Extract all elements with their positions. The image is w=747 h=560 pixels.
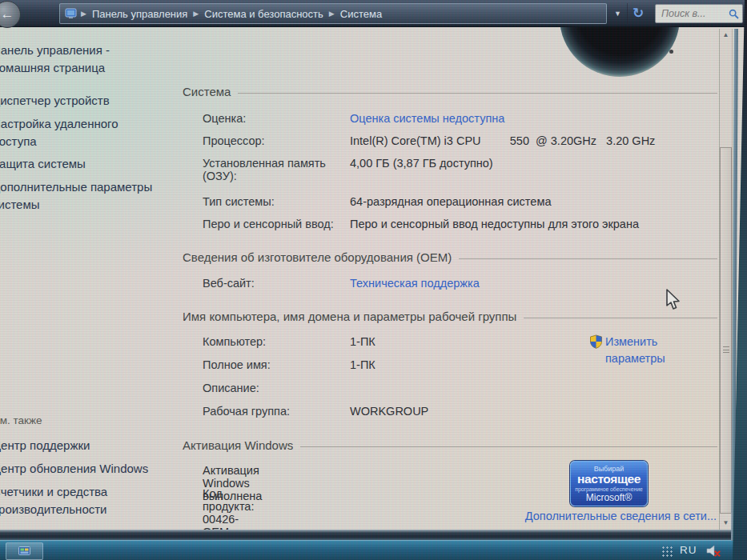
sidebar-item-advanced-settings[interactable]: Дополнительные параметры системы	[0, 178, 162, 214]
sidebar-item-remote-settings[interactable]: Настройка удаленного доступа	[0, 115, 162, 150]
chevron-right-icon: ▶	[327, 10, 337, 18]
system-rating-link[interactable]: Оценка системы недоступна	[350, 112, 715, 125]
processor-value: Intel(R) Core(TM) i3 CPU 550 @ 3.20GHz 3…	[350, 134, 715, 147]
back-arrow-icon: ←	[1, 6, 14, 22]
refresh-icon: ↻	[633, 6, 644, 21]
control-panel-window-icon	[18, 546, 30, 557]
processor-row: Процессор: Intel(R) Core(TM) i3 CPU 550 …	[203, 134, 715, 147]
language-bar-grip-icon[interactable]	[661, 546, 673, 557]
scrollbar-grip-icon	[723, 346, 729, 353]
chevron-right-icon: ▶	[191, 10, 201, 18]
section-rule	[300, 446, 717, 447]
tech-support-link[interactable]: Техническая поддержка	[350, 277, 715, 290]
chevron-right-icon: ▶	[78, 10, 89, 18]
genuine-microsoft-badge[interactable]: Выбирай настоящее программное обеспечени…	[570, 461, 648, 506]
workgroup-label: Рабочая группа:	[203, 405, 350, 418]
pen-touch-value: Перо и сенсорный ввод недоступны для это…	[350, 218, 715, 230]
section-title: Имя компьютера, имя домена и параметры р…	[183, 310, 516, 323]
breadcrumb-system[interactable]: Система	[337, 8, 385, 20]
website-row: Веб-сайт: Техническая поддержка	[203, 277, 715, 290]
chevron-down-icon: ▼	[614, 10, 621, 18]
mouse-cursor	[665, 289, 683, 313]
pen-touch-label: Перо и сенсорный ввод:	[203, 218, 350, 230]
workgroup-row: Рабочая группа: WORKGROUP	[203, 405, 715, 418]
badge-line4: Microsoft®	[571, 493, 647, 503]
sidebar-item-windows-update[interactable]: Центр обновления Windows	[0, 460, 162, 478]
address-dropdown-button[interactable]: ▼	[610, 3, 625, 24]
language-indicator[interactable]: RU	[680, 544, 697, 556]
section-title: Активация Windows	[183, 438, 293, 452]
scroll-up-icon: ▲	[723, 31, 729, 38]
back-button[interactable]: ←	[0, 1, 21, 28]
section-computer-name: Имя компьютера, имя домена и параметры р…	[183, 310, 717, 323]
rating-label: Оценка:	[203, 112, 350, 125]
memory-label: Установленная память (ОЗУ):	[203, 157, 350, 182]
window-bottom-border	[0, 530, 747, 540]
section-system: Система	[183, 85, 717, 98]
breadcrumb-control-panel[interactable]: Панель управления	[89, 8, 191, 20]
website-label: Веб-сайт:	[203, 277, 350, 290]
refresh-button[interactable]: ↻	[627, 3, 649, 24]
scroll-up-button[interactable]: ▲	[720, 29, 732, 42]
processor-label: Процессор:	[203, 134, 350, 147]
taskbar-window-button[interactable]	[6, 542, 43, 560]
scrollbar-thumb[interactable]	[720, 147, 732, 514]
search-box	[655, 4, 743, 23]
address-bar: ← ▶ Панель управления ▶ Система и безопа…	[0, 0, 747, 27]
description-label: Описание:	[203, 382, 350, 394]
sidebar-item-control-panel-home[interactable]: Панель управления - домашняя страница	[0, 42, 162, 77]
memory-row: Установленная память (ОЗУ): 4,00 ГБ (3,8…	[203, 157, 715, 182]
section-oem: Сведения об изготовителе оборудования (O…	[183, 250, 717, 264]
vertical-scrollbar[interactable]: ▲ ▼	[719, 29, 733, 530]
sidebar-item-performance-tools[interactable]: Счетчики и средства производительности	[0, 483, 162, 518]
system-type-value: 64-разрядная операционная система	[350, 195, 715, 208]
taskbar: RU	[0, 540, 747, 560]
system-type-row: Тип системы: 64-разрядная операционная с…	[203, 195, 715, 208]
sidebar-see-also-header: См. также	[0, 414, 162, 426]
section-rule	[524, 318, 717, 318]
volume-muted-icon[interactable]	[705, 544, 723, 558]
more-info-online-link[interactable]: Дополнительные сведения в сети...	[480, 510, 717, 522]
section-rule	[238, 93, 717, 94]
uac-shield-icon	[589, 334, 603, 349]
badge-line2: настоящее	[571, 473, 647, 486]
scroll-down-icon: ▼	[723, 519, 729, 526]
workgroup-value: WORKGROUP	[350, 405, 715, 418]
section-activation: Активация Windows	[183, 438, 717, 452]
scroll-down-button[interactable]: ▼	[720, 517, 732, 530]
system-type-label: Тип системы:	[203, 195, 350, 208]
change-settings-label: Изменить параметры	[605, 334, 682, 367]
section-title: Система	[183, 85, 231, 98]
change-settings-link[interactable]: Изменить параметры	[589, 334, 682, 367]
computer-label: Компьютер:	[203, 335, 350, 348]
memory-value: 4,00 ГБ (3,87 ГБ доступно)	[350, 157, 715, 182]
section-title: Сведения об изготовителе оборудования (O…	[183, 250, 452, 264]
sidebar-item-action-center[interactable]: Центр поддержки	[0, 437, 162, 454]
sidebar-item-device-manager[interactable]: Диспетчер устройств	[0, 92, 162, 110]
search-input[interactable]	[661, 8, 729, 19]
breadcrumb-system-security[interactable]: Система и безопасность	[201, 8, 327, 20]
sidebar-item-system-protection[interactable]: Защита системы	[0, 155, 162, 173]
full-name-label: Полное имя:	[203, 358, 350, 371]
system-icon	[65, 8, 77, 19]
pen-touch-row: Перо и сенсорный ввод: Перо и сенсорный …	[203, 218, 715, 230]
breadcrumb[interactable]: ▶ Панель управления ▶ Система и безопасн…	[59, 3, 607, 24]
description-row: Описание:	[203, 382, 715, 394]
rating-row: Оценка: Оценка системы недоступна	[203, 112, 715, 125]
search-icon[interactable]	[729, 9, 739, 19]
section-rule	[459, 258, 717, 259]
photo-dust-dot	[669, 50, 673, 54]
description-value	[350, 382, 715, 394]
